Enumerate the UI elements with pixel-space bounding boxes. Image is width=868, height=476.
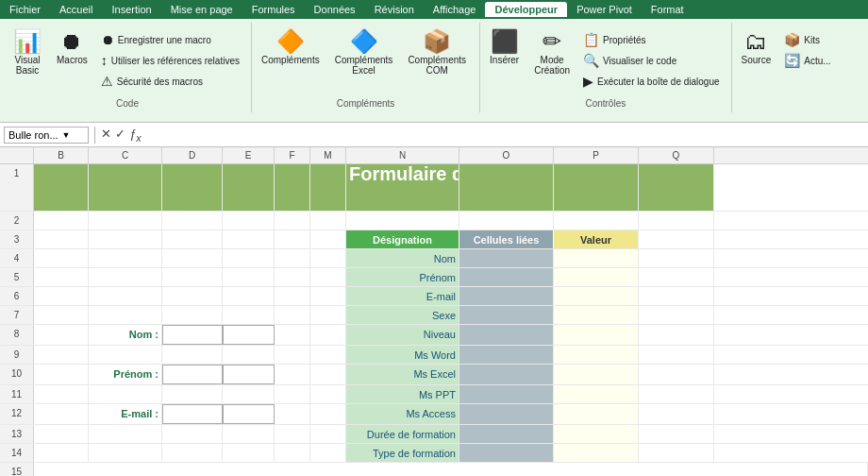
cell-2d[interactable] — [162, 212, 223, 230]
cell-6e[interactable] — [223, 287, 275, 305]
proprietes-button[interactable]: 📋 Propriétés — [579, 30, 724, 49]
cell-7b[interactable] — [34, 306, 89, 324]
cell-13q[interactable] — [639, 425, 714, 443]
cell-9n[interactable]: Ms Word — [346, 346, 459, 364]
menu-affichage[interactable]: Affichage — [424, 2, 486, 17]
cell-8c[interactable]: Nom : — [89, 325, 162, 345]
col-header-m[interactable]: M — [310, 147, 346, 163]
cell-1o[interactable] — [459, 164, 554, 211]
menu-mise-en-page[interactable]: Mise en page — [161, 2, 242, 17]
cell-1b[interactable] — [34, 164, 89, 211]
visualiser-code-button[interactable]: 🔍 Visualiser le code — [579, 51, 724, 70]
col-header-b[interactable]: B — [34, 147, 89, 163]
menu-accueil[interactable]: Accueil — [50, 2, 102, 17]
actualiser-button[interactable]: 🔄 Actu... — [780, 51, 834, 70]
menu-developpeur[interactable]: Développeur — [485, 2, 567, 17]
col-header-e[interactable]: E — [223, 147, 275, 163]
cell-9p[interactable] — [554, 346, 639, 364]
cell-6p[interactable] — [554, 287, 639, 305]
designation-header[interactable]: Désignation — [346, 230, 459, 248]
cell-12e[interactable] — [223, 404, 275, 424]
cell-7d[interactable] — [162, 306, 223, 324]
col-header-d[interactable]: D — [162, 147, 223, 163]
cell-6q[interactable] — [639, 287, 714, 305]
cellules-header[interactable]: Cellules liées — [459, 230, 554, 248]
cell-9o[interactable] — [459, 346, 554, 364]
cell-4q[interactable] — [639, 249, 714, 267]
cancel-formula-icon[interactable]: ✕ — [101, 127, 111, 144]
cell-8o[interactable] — [459, 325, 554, 345]
cell-14o[interactable] — [459, 444, 554, 462]
cell-10d[interactable] — [162, 365, 223, 384]
cell-5c[interactable] — [89, 268, 162, 286]
source-button[interactable]: 🗂 Source — [736, 26, 777, 69]
cell-4p[interactable] — [554, 249, 639, 267]
cell-10o[interactable] — [459, 365, 554, 384]
cell-8b[interactable] — [34, 325, 89, 345]
cell-10q[interactable] — [639, 365, 714, 384]
name-box[interactable]: Bulle ron... ▼ — [4, 127, 89, 144]
cell-14q[interactable] — [639, 444, 714, 462]
cell-6n[interactable]: E-mail — [346, 287, 459, 305]
cell-11b[interactable] — [34, 385, 89, 403]
cell-7o[interactable] — [459, 306, 554, 324]
menu-formules[interactable]: Formules — [242, 2, 305, 17]
cell-3b[interactable] — [34, 230, 89, 248]
cell-2m[interactable] — [310, 212, 346, 230]
col-header-c[interactable]: C — [89, 147, 162, 163]
cell-10b[interactable] — [34, 365, 89, 384]
cell-5o[interactable] — [459, 268, 554, 286]
cell-1n[interactable]: Formulaire de formation — [346, 164, 459, 211]
cell-8f[interactable] — [275, 325, 310, 345]
cell-6o[interactable] — [459, 287, 554, 305]
cell-2b[interactable] — [34, 212, 89, 230]
cell-9d[interactable] — [162, 346, 223, 364]
cell-3d[interactable] — [162, 230, 223, 248]
cell-7f[interactable] — [275, 306, 310, 324]
cell-5d[interactable] — [162, 268, 223, 286]
cell-11o[interactable] — [459, 385, 554, 403]
cell-12n[interactable]: Ms Access — [346, 404, 459, 424]
macros-button[interactable]: ⏺ Macros — [51, 26, 93, 69]
cell-14m[interactable] — [310, 444, 346, 462]
menu-revision[interactable]: Révision — [365, 2, 424, 17]
cell-2p[interactable] — [554, 212, 639, 230]
executer-boite-button[interactable]: ▶ Exécuter la boîte de dialogue — [579, 72, 724, 91]
cell-5e[interactable] — [223, 268, 275, 286]
cell-13e[interactable] — [223, 425, 275, 443]
cell-6c[interactable] — [89, 287, 162, 305]
cell-9b[interactable] — [34, 346, 89, 364]
menu-insertion[interactable]: Insertion — [102, 2, 160, 17]
cell-3q[interactable] — [639, 230, 714, 248]
cell-4e[interactable] — [223, 249, 275, 267]
function-icon[interactable]: ƒx — [129, 127, 142, 144]
cell-7m[interactable] — [310, 306, 346, 324]
cell-13b[interactable] — [34, 425, 89, 443]
cell-8q[interactable] — [639, 325, 714, 345]
cell-4o[interactable] — [459, 249, 554, 267]
cell-13c[interactable] — [89, 425, 162, 443]
cell-13d[interactable] — [162, 425, 223, 443]
cell-5q[interactable] — [639, 268, 714, 286]
cell-12c[interactable]: E-mail : — [89, 404, 162, 424]
cell-13m[interactable] — [310, 425, 346, 443]
confirm-formula-icon[interactable]: ✓ — [115, 127, 125, 144]
cell-10n[interactable]: Ms Excel — [346, 365, 459, 384]
cell-5n[interactable]: Prénom — [346, 268, 459, 286]
cell-12q[interactable] — [639, 404, 714, 424]
cell-12o[interactable] — [459, 404, 554, 424]
cell-4f[interactable] — [275, 249, 310, 267]
cell-8e[interactable] — [223, 325, 275, 345]
cell-14d[interactable] — [162, 444, 223, 462]
cell-9f[interactable] — [275, 346, 310, 364]
formula-input[interactable] — [145, 129, 864, 141]
complements-excel-button[interactable]: 🔷 ComplémentsExcel — [329, 26, 399, 79]
cell-9m[interactable] — [310, 346, 346, 364]
menu-power-pivot[interactable]: Power Pivot — [567, 2, 642, 17]
cell-4m[interactable] — [310, 249, 346, 267]
cell-13n[interactable]: Durée de formation — [346, 425, 459, 443]
enregistrer-macro-button[interactable]: ⏺ Enregistrer une macro — [97, 30, 243, 49]
menu-donnees[interactable]: Données — [305, 2, 365, 17]
cell-12f[interactable] — [275, 404, 310, 424]
cell-12b[interactable] — [34, 404, 89, 424]
